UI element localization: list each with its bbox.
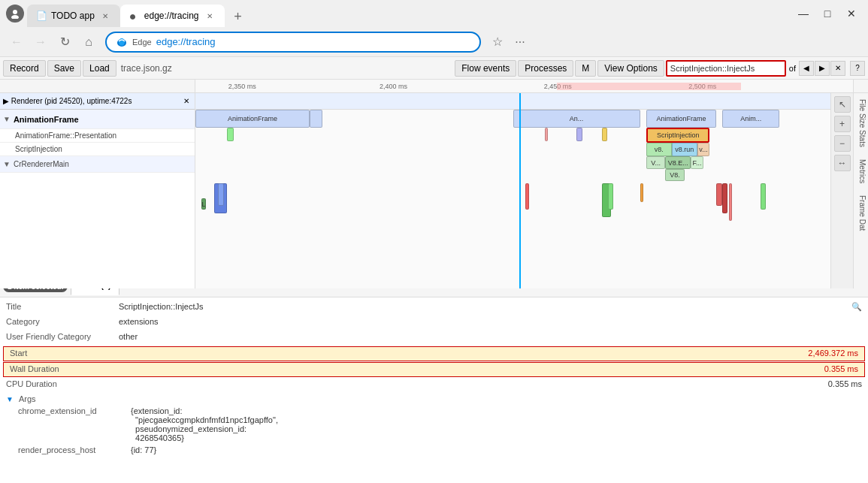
v8-deep-2[interactable]: V8.E... [665, 156, 691, 169]
detail-row-title: Title ScriptInjection::InjectJs 🔍 [0, 300, 868, 315]
ruler-marks-area: 2,350 ms 2,400 ms 2,450 ms 2,500 ms [195, 80, 853, 92]
filename-label: trace.json.gz [121, 63, 172, 74]
title-value: ScriptInjection::InjectJs [119, 302, 848, 311]
detail-row-ufc: User Friendly Category other [0, 331, 868, 346]
v-bar[interactable]: v... [697, 143, 710, 156]
trace-row-animation-frame[interactable]: ▼ AnimationFrame [0, 110, 195, 129]
l-bar[interactable]: L [201, 198, 205, 210]
anim-frame-bar-3[interactable]: An... [513, 110, 640, 128]
browser-window: 📄 TODO app ✕ ● edge://tracing ✕ + — □ ✕ … [0, 0, 868, 483]
trace-rows-container: ▶ Renderer (pid 24520), uptime:4722s ✕ ▼… [0, 93, 868, 288]
tracing-tab-close[interactable]: ✕ [204, 10, 216, 22]
tabs-container: 📄 TODO app ✕ ● edge://tracing ✕ + [27, 0, 790, 27]
cursor-tool-button[interactable]: ↖ [834, 96, 851, 113]
search-nav: ◀ ▶ ✕ [799, 61, 845, 76]
flow-events-button[interactable]: Flow events [455, 60, 516, 77]
small-bar-1[interactable] [227, 128, 233, 141]
new-tab-button[interactable]: + [228, 6, 249, 27]
todo-tab-close[interactable]: ✕ [99, 10, 111, 22]
title-link-icon[interactable]: 🔍 [851, 302, 862, 312]
trace-row-presentation[interactable]: AnimationFrame::Presentation [0, 129, 195, 143]
renderer-close-btn[interactable]: ✕ [181, 96, 192, 107]
presentation-label: AnimationFrame::Presentation [15, 131, 116, 140]
cr-renderer-expand[interactable]: ▼ [3, 160, 11, 168]
trace-row-cr-renderer[interactable]: ▼ CrRendererMain [0, 156, 195, 173]
processes-button[interactable]: Processes [518, 60, 573, 77]
ufc-value: other [119, 332, 862, 341]
search-prev-button[interactable]: ◀ [799, 61, 814, 76]
load-button[interactable]: Load [83, 60, 116, 77]
file-size-stats-label[interactable]: File Size Stats [854, 93, 868, 153]
anim-frame-bar-2[interactable] [310, 110, 322, 128]
metrics-label[interactable]: Metrics [854, 153, 868, 189]
cr-bar-7[interactable] [716, 183, 722, 206]
animation-frame-expand[interactable]: ▼ [3, 115, 11, 123]
anim-frame-bar-5[interactable]: Anim... [722, 110, 779, 128]
v8-run-bar-1[interactable]: v8. [646, 143, 672, 156]
forward-button[interactable]: → [30, 32, 51, 53]
small-bar-4[interactable] [602, 128, 607, 141]
home-button[interactable]: ⌂ [78, 32, 99, 53]
args-expand[interactable]: ▼ [6, 395, 14, 403]
cr-bar-8[interactable] [722, 183, 727, 213]
v8-deep-1[interactable]: V... [646, 156, 665, 169]
zoom-out-button[interactable]: − [834, 135, 851, 152]
range-highlight [557, 83, 741, 90]
more-button[interactable]: ··· [510, 32, 531, 53]
frame-data-label[interactable]: Frame Dat [854, 189, 868, 237]
fit-button[interactable]: ↔ [834, 155, 851, 171]
favorites-button[interactable]: ☆ [487, 32, 508, 53]
mini-timeline-ruler: 2,350 ms 2,400 ms 2,450 ms 2,500 ms [0, 80, 868, 93]
nav-bar: ← → ↻ ⌂ Edge edge://tracing ☆ ··· [0, 27, 868, 57]
help-button[interactable]: ? [850, 61, 865, 76]
tab-todo-app[interactable]: 📄 TODO app ✕ [27, 5, 120, 27]
cr-bar-3[interactable] [525, 183, 528, 210]
detail-row-cpu: CPU Duration 0.355 ms [0, 378, 868, 393]
renderer-label: ▶ Renderer (pid 24520), uptime:4722s [3, 97, 132, 105]
category-key: Category [6, 317, 119, 326]
tab-tracing[interactable]: ● edge://tracing ✕ [120, 5, 225, 27]
category-value: extensions [119, 317, 862, 326]
view-options-button[interactable]: View Options [597, 60, 664, 77]
cr-bar-6[interactable] [640, 183, 643, 202]
details-panel: 1 item selected. Slice (1) Title ScriptI… [0, 275, 868, 483]
bottom-section: 1 item selected. Slice (1) Title ScriptI… [0, 275, 868, 483]
anim-frame-bar-4[interactable]: AnimationFrame [646, 110, 716, 128]
search-close-button[interactable]: ✕ [830, 61, 845, 76]
save-button[interactable]: Save [47, 60, 81, 77]
address-bar[interactable]: Edge edge://tracing [105, 32, 481, 53]
small-bar-3[interactable] [576, 128, 582, 141]
search-box: ScriptInjection::InjectJs [666, 60, 786, 77]
args-section: ▼ Args [0, 393, 868, 405]
edge-logo-icon [116, 36, 128, 48]
cr-bar-5[interactable] [608, 183, 613, 210]
profile-icon[interactable] [6, 5, 24, 23]
v8-deep-3[interactable]: F... [691, 156, 703, 169]
minimize-button[interactable]: — [793, 3, 814, 24]
v8-run-bar-2[interactable]: v8.run [672, 143, 697, 156]
small-bar-2[interactable] [545, 128, 548, 141]
search-next-button[interactable]: ▶ [815, 61, 830, 76]
record-button[interactable]: Record [3, 60, 46, 77]
reload-button[interactable]: ↻ [54, 32, 75, 53]
close-button[interactable]: ✕ [841, 3, 862, 24]
cr-bar-9[interactable] [729, 183, 732, 221]
args-label: Args [19, 394, 36, 403]
v8-deeper-1[interactable]: V8. [665, 169, 684, 181]
wall-key: Wall Duration [10, 364, 122, 373]
cr-bar-2[interactable] [218, 183, 224, 206]
detail-row-category: Category extensions [0, 315, 868, 331]
trace-row-script-injection[interactable]: ScriptInjection [0, 143, 195, 156]
back-button[interactable]: ← [6, 32, 27, 53]
maximize-button[interactable]: □ [817, 3, 838, 24]
script-injection-bar[interactable]: ScriptInjection [646, 128, 710, 143]
cr-bar-10[interactable] [761, 183, 766, 210]
ext-id-key: chrome_extension_id [18, 406, 131, 415]
anim-frame-bar-1[interactable]: AnimationFrame [195, 110, 310, 128]
detail-row-render-host: render_process_host {id: 77} [0, 444, 868, 459]
m-button[interactable]: M [575, 60, 596, 77]
animation-frame-label: AnimationFrame [14, 115, 79, 124]
detail-row-start: Start 2,469.372 ms [3, 346, 865, 361]
zoom-in-button[interactable]: + [834, 116, 851, 132]
render-host-value: {id: 77} [131, 445, 862, 454]
